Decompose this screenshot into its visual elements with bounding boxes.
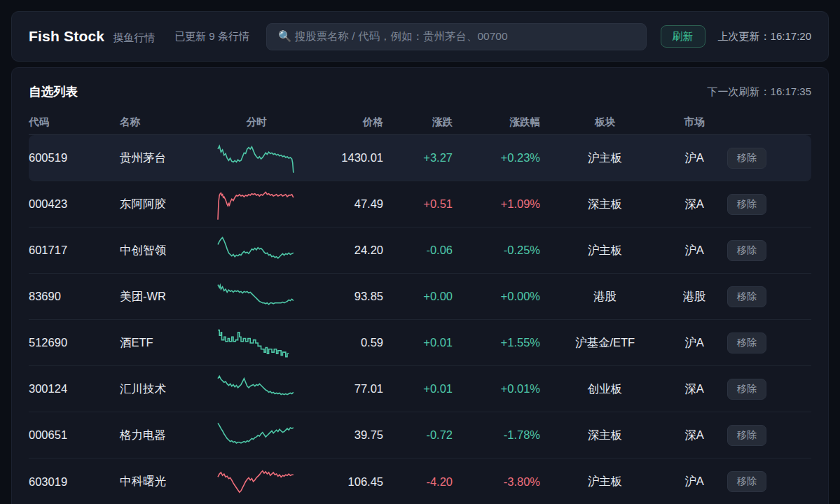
intraday-sparkline [218,141,295,175]
stock-code: 601717 [29,244,120,257]
price-change-percent: -0.25% [453,244,540,257]
stock-code: 512690 [29,336,120,349]
price-change: +0.51 [383,197,453,211]
market-label: 沪A [670,474,719,489]
col-header-board: 板块 [540,115,670,129]
top-header-bar: Fish Stock 摸鱼行情 已更新 9 条行情 刷新 上次更新：16:17:… [11,11,829,62]
stock-price: 47.49 [295,197,383,211]
stock-name: 贵州茅台 [120,150,218,166]
price-change: -4.20 [383,475,453,489]
app-subtitle: 摸鱼行情 [113,31,155,45]
stock-price: 93.85 [295,290,383,303]
intraday-sparkline [218,372,295,406]
stock-name: 中创智领 [120,243,218,258]
search-wrap [266,23,647,50]
stock-price: 24.20 [295,244,383,257]
board-label: 沪主板 [540,474,670,489]
price-change-percent: -1.78% [453,428,540,442]
sparkline-path [218,376,294,394]
sparkline-path [218,330,289,356]
stock-price: 77.01 [295,382,383,396]
price-change: +0.01 [383,336,453,349]
table-row[interactable]: 300124 汇川技术 77.01 +0.01 +0.01% 创业板 深A 移除 [29,366,811,412]
table-row[interactable]: 601717 中创智领 24.20 -0.06 -0.25% 沪主板 沪A 移除 [29,227,811,274]
remove-button[interactable]: 移除 [727,425,766,446]
intraday-sparkline [218,326,295,360]
sparkline-path [218,237,294,258]
remove-button[interactable]: 移除 [727,332,766,354]
table-row[interactable]: 000423 东阿阿胶 47.49 +0.51 +1.09% 深主板 深A 移除 [29,181,811,227]
table-row[interactable]: 83690 美团-WR 93.85 +0.00 +0.00% 港股 港股 移除 [29,274,811,320]
intraday-sparkline [218,188,295,221]
remove-button[interactable]: 移除 [727,240,766,261]
sparkline-svg [218,372,295,406]
intraday-sparkline [218,465,295,498]
price-change-percent: -3.80% [453,475,540,489]
price-change-percent: +1.09% [453,197,540,211]
watchlist-card: 自选列表 下一次刷新：16:17:35 代码 名称 分时 价格 涨跌 涨跌幅 板… [11,67,829,504]
stock-code: 600519 [29,151,120,164]
remove-button[interactable]: 移除 [727,194,766,215]
table-row[interactable]: 603019 中科曙光 106.45 -4.20 -3.80% 沪主板 沪A 移… [29,458,811,504]
board-label: 沪主板 [540,150,670,166]
price-change: +3.27 [383,151,453,164]
col-header-price: 价格 [295,115,383,129]
market-label: 沪A [670,150,719,166]
col-header-name: 名称 [120,115,218,129]
remove-button[interactable]: 移除 [727,148,766,169]
stock-code: 300124 [29,382,120,396]
sparkline-svg [218,141,295,175]
stock-name: 中科曙光 [120,474,218,489]
col-header-intraday: 分时 [218,115,295,129]
col-header-market: 市场 [670,115,719,129]
table-row[interactable]: 000651 格力电器 39.75 -0.72 -1.78% 深主板 深A 移除 [29,412,811,458]
col-header-change: 涨跌 [383,115,453,129]
market-label: 深A [670,197,719,212]
board-label: 港股 [540,289,670,304]
stock-name: 美团-WR [120,289,218,304]
app-title: Fish Stock [29,28,104,45]
remove-button[interactable]: 移除 [727,471,766,492]
sparkline-svg [218,280,295,314]
refresh-button[interactable]: 刷新 [661,25,705,48]
table-header-row: 代码 名称 分时 价格 涨跌 涨跌幅 板块 市场 [29,110,811,135]
price-change-percent: +1.55% [453,336,540,349]
sparkline-svg [218,419,295,452]
board-label: 深主板 [540,428,670,443]
market-label: 港股 [670,289,719,304]
sparkline-svg [218,326,295,360]
market-label: 沪A [670,243,719,258]
table-row[interactable]: 512690 酒ETF 0.59 +0.01 +1.55% 沪基金/ETF 沪A… [29,320,811,366]
stock-name: 东阿阿胶 [120,197,218,212]
table-row[interactable]: 600519 贵州茅台 1430.01 +3.27 +0.23% 沪主板 沪A … [29,135,811,181]
table-body: 600519 贵州茅台 1430.01 +3.27 +0.23% 沪主板 沪A … [29,135,811,504]
board-label: 创业板 [540,382,670,397]
market-label: 深A [670,428,719,443]
sparkline-path [218,471,294,493]
col-header-change-pct: 涨跌幅 [453,115,540,129]
stock-code: 000651 [29,428,120,442]
remove-button[interactable]: 移除 [727,286,766,307]
stock-code: 603019 [29,475,120,489]
sparkline-svg [218,234,295,267]
stock-name: 酒ETF [120,335,218,351]
stock-price: 106.45 [295,475,383,489]
watchlist-header: 自选列表 下一次刷新：16:17:35 [29,80,811,110]
search-input[interactable] [266,23,647,50]
intraday-sparkline [218,234,295,267]
intraday-sparkline [218,419,295,452]
brand: Fish Stock 摸鱼行情 [29,28,155,45]
col-header-code: 代码 [29,115,120,129]
price-change-percent: +0.23% [453,151,540,164]
sparkline-svg [218,465,295,498]
sparkline-path [218,423,294,442]
board-label: 沪主板 [540,243,670,258]
board-label: 深主板 [540,197,670,212]
sparkline-path [218,284,294,304]
next-refresh-text: 下一次刷新：16:17:35 [708,85,811,99]
stock-price: 0.59 [295,336,383,349]
remove-button[interactable]: 移除 [727,379,766,400]
price-change: +0.00 [383,290,453,303]
price-change-percent: +0.00% [453,290,540,303]
update-count-text: 已更新 9 条行情 [174,30,249,43]
